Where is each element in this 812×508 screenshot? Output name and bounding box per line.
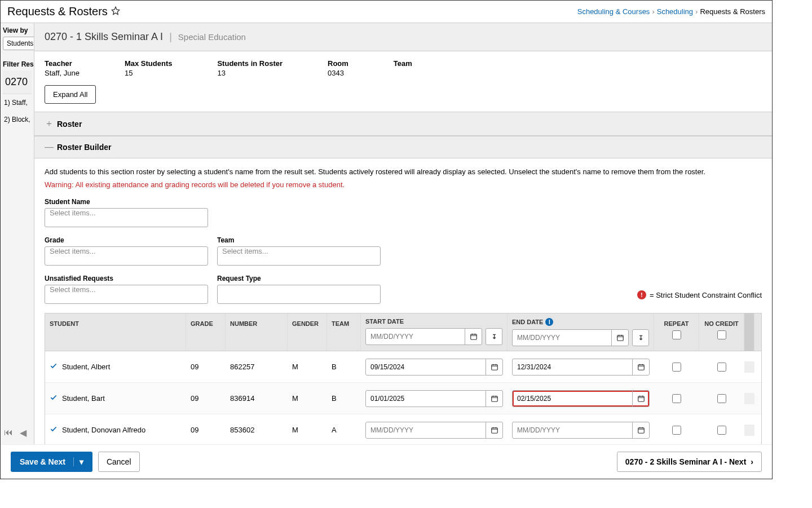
end-date-input[interactable] [512,359,650,376]
no-credit-all-checkbox[interactable] [717,330,726,339]
request-type-label: Request Type [217,275,381,282]
repeat-checkbox[interactable] [672,363,681,372]
no-credit-checkbox[interactable] [717,363,726,372]
cell-grade: 09 [186,357,226,377]
svg-rect-3 [638,364,644,369]
repeat-all-checkbox[interactable] [672,330,681,339]
calendar-icon[interactable] [632,359,649,376]
roster-accordion-header[interactable]: ＋ Roster [34,112,772,136]
room-value: 0343 [328,69,348,77]
alert-icon: ! [637,290,646,299]
legend-text: = Strict Student Constraint Conflict [650,291,762,299]
check-icon[interactable] [50,425,58,435]
team-input[interactable]: Select items... [217,246,381,266]
calendar-icon[interactable] [632,390,649,407]
view-by-select[interactable]: Students [3,37,34,50]
svg-rect-2 [491,364,497,369]
end-date-input[interactable] [512,390,650,407]
cell-team: B [327,388,361,408]
sidebar-code[interactable]: 0270 [3,70,32,94]
start-date-input[interactable] [365,359,503,376]
max-students-value: 15 [125,69,173,77]
cell-gender: M [288,388,327,408]
view-by-label: View by [3,26,32,34]
th-gender: Gender [288,313,327,351]
expand-all-button[interactable]: Expand All [45,85,96,104]
first-page-icon[interactable]: ⏮ [4,427,13,438]
calendar-icon[interactable] [486,359,502,376]
sidebar-item[interactable]: 2) Block, [3,111,32,128]
no-credit-checkbox[interactable] [717,426,726,435]
check-icon[interactable] [50,394,58,403]
save-dropdown-icon[interactable]: ▾ [73,457,83,466]
start-date-input[interactable] [365,422,503,439]
fill-down-icon[interactable]: ↧ [632,329,649,346]
pager: ⏮ ◀ [4,427,27,438]
svg-rect-5 [638,396,644,401]
cell-gender: M [288,357,327,377]
cell-team: A [327,420,361,440]
th-repeat: Repeat [654,313,699,351]
svg-rect-0 [470,334,476,339]
start-date-input[interactable] [365,390,503,407]
cell-gender: M [288,420,327,440]
cell-grade: 09 [186,388,226,408]
filter-results-label: Filter Resu [3,60,32,68]
th-team: Team [327,313,361,351]
table-row: Student, Albert 09 862257 M B [45,351,761,383]
svg-rect-6 [491,427,497,432]
repeat-checkbox[interactable] [672,426,681,435]
grade-label: Grade [45,236,208,244]
breadcrumb-current: Requests & Rosters [700,7,765,16]
student-name[interactable]: Student, Bart [62,394,105,403]
student-name[interactable]: Student, Albert [62,363,110,371]
teacher-label: Teacher [45,59,80,68]
next-section-button[interactable]: 0270 - 2 Skills Seminar A I - Next › [617,452,762,472]
plus-icon: ＋ [45,118,52,130]
student-name-label: Student Name [45,198,208,206]
chevron-right-icon: › [652,7,654,16]
student-name[interactable]: Student, Donovan Alfredo [62,426,145,434]
roster-builder-accordion-header[interactable]: — Roster Builder [34,136,772,158]
calendar-icon[interactable] [632,422,649,439]
cell-number: 836914 [226,388,288,408]
end-date-header-input[interactable] [512,329,629,346]
grade-input[interactable]: Select items... [45,246,208,266]
chevron-right-icon: › [695,7,698,16]
unsatisfied-input[interactable]: Select items... [45,285,208,304]
calendar-icon[interactable] [486,422,502,439]
svg-rect-4 [491,396,497,401]
save-next-button[interactable]: Save & Next ▾ [34,452,92,472]
favorite-star-icon[interactable] [111,6,120,17]
check-icon[interactable] [50,362,58,372]
student-name-input[interactable]: Select items... [45,208,208,227]
page-title: Requests & Rosters [7,5,108,18]
calendar-icon[interactable] [486,390,502,407]
cancel-button[interactable]: Cancel [98,452,140,472]
repeat-checkbox[interactable] [672,394,681,403]
sidebar-item[interactable]: 1) Staff, [3,94,32,111]
start-date-header-input[interactable] [365,328,482,345]
breadcrumb-link[interactable]: Scheduling [657,7,693,16]
th-grade: Grade [186,313,226,351]
breadcrumb-link[interactable]: Scheduling & Courses [577,7,650,16]
cell-number: 862257 [226,357,288,377]
cell-number: 853602 [226,420,288,440]
builder-helptext: Add students to this section roster by s… [45,167,762,176]
unsatisfied-label: Unsatisfied Requests [45,275,208,282]
team-label: Team [394,59,412,68]
teacher-value: Staff, June [45,69,80,77]
cell-grade: 09 [186,420,226,440]
end-date-input[interactable] [512,422,650,439]
svg-rect-7 [638,427,644,432]
calendar-icon[interactable] [465,328,482,345]
info-icon[interactable]: i [545,318,553,326]
no-credit-checkbox[interactable] [717,394,726,403]
th-student: Student [45,313,186,351]
fill-down-icon[interactable]: ↧ [486,328,502,345]
students-in-roster-label: Students in Roster [217,59,283,68]
request-type-input[interactable] [217,285,381,304]
calendar-icon[interactable] [611,329,628,346]
prev-page-icon[interactable]: ◀ [20,427,27,438]
team-filter-label: Team [217,236,381,244]
